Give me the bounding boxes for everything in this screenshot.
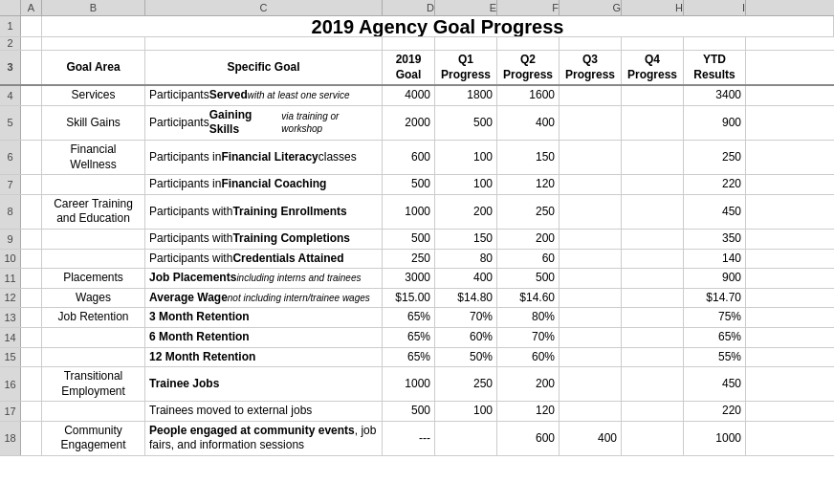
- cell-10i-ytd: 140: [684, 250, 746, 269]
- cell-7c-specific-goal: Participants in Financial Coaching: [145, 175, 383, 194]
- cell-10h-q4: [622, 250, 684, 269]
- cell-10e-q1: 80: [435, 250, 497, 269]
- row-18: 18 Community Engagement People engaged a…: [0, 422, 834, 456]
- cell-17h-q4: [622, 402, 684, 421]
- cell-5h-q4: [622, 106, 684, 140]
- cell-7i-ytd: 220: [684, 175, 746, 194]
- cell-8g-q3: [560, 195, 622, 229]
- cell-11h-q4: [622, 269, 684, 288]
- cell-4a: [21, 86, 42, 105]
- header-a: [21, 51, 42, 84]
- cell-18i-ytd: 1000: [684, 422, 746, 455]
- cell-16a: [21, 367, 42, 401]
- cell-11f-q2: 500: [497, 269, 560, 288]
- header-q4-line2: Progress: [627, 68, 677, 83]
- cell-4d-goal: 4000: [383, 86, 435, 105]
- row-12: 12 Wages Average Wage not including inte…: [0, 289, 834, 309]
- cell-12i-ytd: $14.70: [684, 289, 746, 308]
- cell-9d-goal: 500: [383, 230, 435, 249]
- cell-14h-q4: [622, 328, 684, 347]
- cell-8b-goal-area: Career Training and Education: [42, 195, 145, 229]
- cell-18b-line2: Engagement: [60, 438, 125, 453]
- header-q2-line2: Progress: [503, 68, 553, 83]
- cell-17b-goal-area: [42, 402, 145, 421]
- cell-4f-q2: 1600: [497, 86, 560, 105]
- cell-17c-specific-goal: Trainees moved to external jobs: [145, 402, 383, 421]
- row-17: 17 Trainees moved to external jobs 500 1…: [0, 402, 834, 422]
- row-14: 14 6 Month Retention 65% 60% 70% 65%: [0, 328, 834, 348]
- cell-16d-goal: 1000: [383, 367, 435, 401]
- cell-18h-q4: [622, 422, 684, 455]
- cell-18b-line1: Community: [64, 424, 122, 439]
- cell-6d-goal: 600: [383, 141, 435, 174]
- cell-12a: [21, 289, 42, 308]
- cell-17e-q1: 100: [435, 402, 497, 421]
- cell-6b-line1: Financial: [70, 142, 116, 158]
- cell-2h: [622, 37, 684, 50]
- cell-13i-ytd: 75%: [684, 308, 746, 327]
- cell-2i: [684, 37, 746, 50]
- row-num-16: 16: [0, 367, 21, 401]
- header-ytd: YTD Results: [684, 51, 746, 84]
- cell-13e-q1: 70%: [435, 308, 497, 327]
- cell-12f-q2: $14.60: [497, 289, 560, 308]
- cell-5g-q3: [560, 106, 622, 140]
- cell-15e-q1: 50%: [435, 348, 497, 367]
- cell-18d-goal: ---: [383, 422, 435, 455]
- cell-4i-ytd: 3400: [684, 86, 746, 105]
- cell-16g-q3: [560, 367, 622, 401]
- col-header-d: D: [383, 0, 435, 15]
- cell-8d-goal: 1000: [383, 195, 435, 229]
- cell-17i-ytd: 220: [684, 402, 746, 421]
- row-num-10: 10: [0, 250, 21, 269]
- cell-9e-q1: 150: [435, 230, 497, 249]
- cell-2e: [435, 37, 497, 50]
- spreadsheet: A B C D E F G H I 1 2019 Agency Goal Pro…: [0, 0, 834, 456]
- row-num-9: 9: [0, 230, 21, 249]
- cell-8a: [21, 195, 42, 229]
- header-2019-goal: 2019 Goal: [383, 51, 435, 84]
- cell-11a: [21, 269, 42, 288]
- cell-12c-specific-goal: Average Wage not including intern/traine…: [145, 289, 383, 308]
- cell-12h-q4: [622, 289, 684, 308]
- cell-18a: [21, 422, 42, 455]
- header-q3-line2: Progress: [565, 68, 615, 83]
- cell-15g-q3: [560, 348, 622, 367]
- header-goal-area: Goal Area: [42, 51, 145, 84]
- row-num-5: 5: [0, 106, 21, 140]
- cell-14c-specific-goal: 6 Month Retention: [145, 328, 383, 347]
- col-header-i: I: [684, 0, 746, 15]
- cell-13h-q4: [622, 308, 684, 327]
- cell-10a: [21, 250, 42, 269]
- col-header-f: F: [497, 0, 560, 15]
- row-6: 6 Financial Wellness Participants in Fin…: [0, 141, 834, 175]
- header-q3-line1: Q3: [582, 53, 598, 68]
- header-q1: Q1 Progress: [435, 51, 497, 84]
- cell-5i-ytd: 900: [684, 106, 746, 140]
- cell-6i-ytd: 250: [684, 141, 746, 174]
- cell-8b-line1: Career Training: [54, 197, 133, 212]
- cell-17a: [21, 402, 42, 421]
- col-header-e: E: [435, 0, 497, 15]
- cell-16b-line2: Employment: [61, 384, 125, 400]
- header-q3: Q3 Progress: [560, 51, 622, 84]
- cell-4h-q4: [622, 86, 684, 105]
- row-7: 7 Participants in Financial Coaching 500…: [0, 175, 834, 195]
- row-num-15: 15: [0, 348, 21, 367]
- header-q1-line1: Q1: [458, 53, 473, 68]
- row-9: 9 Participants with Training Completions…: [0, 230, 834, 250]
- col-header-g: G: [560, 0, 622, 15]
- cell-16i-ytd: 450: [684, 367, 746, 401]
- cell-13g-q3: [560, 308, 622, 327]
- cell-8i-ytd: 450: [684, 195, 746, 229]
- cell-9h-q4: [622, 230, 684, 249]
- cell-12d-goal: $15.00: [383, 289, 435, 308]
- cell-4g-q3: [560, 86, 622, 105]
- cell-15i-ytd: 55%: [684, 348, 746, 367]
- header-q2-line1: Q2: [520, 53, 536, 68]
- col-header-b: B: [42, 0, 145, 15]
- cell-18g-q3: 400: [560, 422, 622, 455]
- cell-16b-line1: Transitional: [64, 369, 123, 384]
- cell-11b-goal-area: Placements: [42, 269, 145, 288]
- cell-16c-specific-goal: Trainee Jobs: [145, 367, 383, 401]
